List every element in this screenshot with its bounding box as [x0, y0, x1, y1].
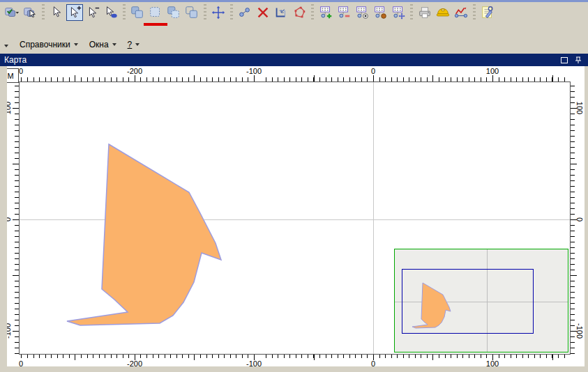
legend-target-icon[interactable]	[354, 4, 370, 21]
ruler-top-label: 100	[486, 67, 499, 75]
print-icon[interactable]	[416, 4, 433, 21]
app-window: СправочникиОкна? Карта М 0-200-10001000-…	[0, 0, 588, 372]
cursor-drag-icon[interactable]	[103, 4, 119, 21]
toolbar-separator	[204, 4, 206, 21]
poly-subtract-icon[interactable]	[165, 4, 182, 21]
minimap-polygon-object	[412, 283, 451, 328]
ruler-top-label: 0	[19, 67, 23, 75]
pin-icon	[575, 56, 582, 64]
menu-item-label: Окна	[89, 40, 109, 49]
map-canvas[interactable]	[19, 82, 571, 355]
poly-intersect-icon[interactable]	[183, 4, 200, 21]
menu-item-2[interactable]: ?	[122, 38, 146, 52]
snap-icon[interactable]	[273, 4, 289, 21]
poly-dashed-icon[interactable]	[147, 4, 164, 21]
frame-edge-bottom	[0, 366, 588, 372]
cursor-plus-icon[interactable]	[66, 4, 83, 21]
notes-icon[interactable]	[479, 4, 496, 21]
legend-add-icon[interactable]	[317, 4, 334, 21]
map-title-bar: Карта	[0, 54, 588, 66]
multi-select-check-icon[interactable]	[3, 4, 20, 21]
poly-union-icon[interactable]	[129, 4, 146, 21]
maximize-icon	[561, 57, 568, 63]
profile-icon[interactable]	[453, 4, 469, 21]
active-tool-red-marker	[144, 23, 167, 26]
toolbar-separator	[473, 4, 476, 21]
menu-overflow-arrow[interactable]	[4, 40, 8, 49]
toolbar-separator	[123, 4, 126, 21]
chevron-down-icon	[4, 45, 8, 47]
overview-minimap[interactable]	[394, 249, 568, 352]
ruler-top-label: 0	[371, 67, 375, 75]
toolbar-separator	[410, 4, 413, 21]
map-area: М 0-200-10001000-200-10001001000-1001000…	[0, 66, 588, 372]
chevron-down-icon	[74, 43, 78, 46]
multi-select-cursor-icon[interactable]	[22, 4, 38, 21]
toolbar-separator	[311, 4, 314, 21]
maximize-button[interactable]	[559, 55, 570, 65]
legend-move-icon[interactable]	[390, 4, 407, 21]
frame-edge-left	[0, 66, 7, 372]
pin-button[interactable]	[573, 55, 584, 65]
ruler-right-label: -100	[575, 323, 584, 339]
minimap-object-layer	[395, 249, 568, 352]
ruler-top-major-ticks	[20, 75, 570, 82]
chevron-down-icon	[135, 43, 140, 46]
menu-item-label: Справочники	[20, 40, 70, 49]
nodes-icon[interactable]	[236, 4, 253, 21]
legend-fill-icon[interactable]	[372, 4, 389, 21]
map-polygon-object[interactable]	[67, 144, 221, 325]
delete-icon[interactable]	[255, 4, 271, 21]
toolbar-separator	[42, 4, 45, 21]
ruler-right-label: 100	[575, 102, 584, 114]
menu-item-0[interactable]: Справочники	[14, 38, 84, 52]
move-icon[interactable]	[210, 4, 227, 21]
red-polygon-icon[interactable]	[291, 4, 308, 21]
ruler-right-label: 0	[575, 217, 584, 222]
map-title: Карта	[4, 55, 27, 65]
menu-bar: СправочникиОкна?	[0, 36, 588, 53]
frame-edge-right	[585, 66, 588, 372]
legend-remove-icon[interactable]	[336, 4, 352, 21]
menu-item-1[interactable]: Окна	[84, 38, 122, 52]
export-icon[interactable]	[435, 4, 451, 21]
ruler-top-label: -100	[246, 67, 262, 75]
menu-item-label: ?	[128, 40, 133, 49]
cursor-minus-icon[interactable]	[84, 4, 101, 21]
cursor-icon[interactable]	[48, 4, 65, 21]
chevron-down-icon	[112, 43, 116, 46]
toolbar	[0, 3, 588, 31]
toolbar-separator	[230, 4, 233, 21]
ruler-left-major-ticks	[13, 82, 19, 354]
ruler-top-label: -200	[127, 67, 142, 75]
window-top-edge	[0, 0, 588, 2]
